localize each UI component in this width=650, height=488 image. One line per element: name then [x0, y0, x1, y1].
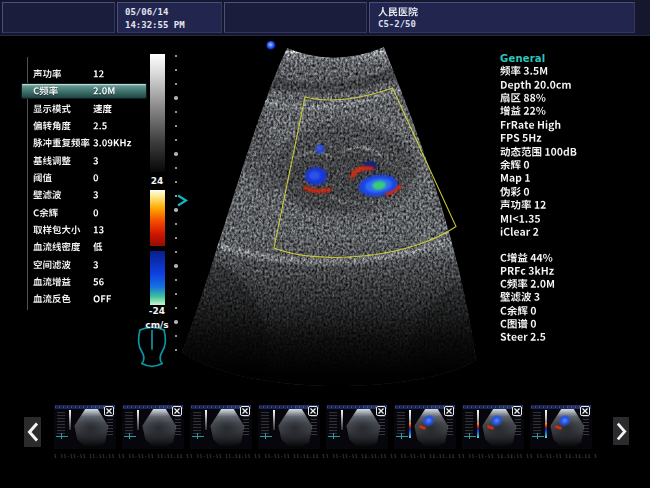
thumbnail-close-button[interactable]	[172, 406, 182, 416]
close-icon	[514, 408, 520, 414]
thumb-marker-icon-v	[469, 433, 470, 439]
param-label: 显示模式	[33, 104, 71, 114]
param-label: 阈值	[33, 173, 52, 183]
text-glyphs	[500, 264, 554, 278]
text-glyphs	[93, 207, 99, 219]
thumb-colorbar	[69, 410, 71, 430]
thumbnail[interactable]	[462, 405, 524, 449]
close-icon	[174, 408, 180, 414]
thumbnail-close-button[interactable]	[512, 406, 522, 416]
thumbnail[interactable]	[530, 405, 592, 449]
text-glyphs	[33, 120, 71, 132]
param-row[interactable]: 阈值 0	[22, 170, 146, 187]
thumbnail-close-button[interactable]	[580, 406, 590, 416]
info-row: 声功率 12	[500, 199, 551, 212]
thumbnail[interactable]	[122, 405, 184, 449]
text-glyphs	[93, 155, 99, 167]
ultrasound-system-screen: { "topbar": { "date": "05/06/14", "time"…	[0, 0, 650, 488]
param-value: 3	[93, 156, 100, 166]
param-row[interactable]: 血流增益 56	[22, 274, 146, 291]
text-glyphs	[500, 172, 531, 186]
param-row[interactable]: 空间滤波 3	[22, 256, 146, 273]
text-glyphs	[500, 198, 546, 212]
thumb-colorbar	[273, 410, 275, 430]
text-glyphs	[33, 103, 71, 115]
body-marker-icon	[138, 327, 165, 366]
text-glyphs	[33, 155, 71, 167]
thumb-right-text	[379, 413, 385, 435]
thumb-right-text	[515, 413, 521, 435]
thumbnail-filmstrip: l ll-ll-ll ll:ll:ll l l ll-ll-ll ll:ll:l…	[0, 400, 650, 470]
thumbnail-close-button[interactable]	[104, 406, 114, 416]
text-glyphs	[93, 189, 99, 201]
velocity-max-label: 24	[142, 176, 172, 186]
param-row[interactable]: 取样包大小 13	[22, 222, 146, 239]
info-row: 增益 22%	[500, 105, 551, 118]
info-row: Depth 20.0cm	[500, 78, 585, 91]
param-row-selected[interactable]: C频率 2.0M	[22, 84, 146, 98]
info-row: 壁滤波 3	[500, 291, 543, 304]
param-value: 12	[93, 69, 106, 79]
param-row[interactable]: C余辉 0	[22, 204, 146, 221]
next-thumbnails-button[interactable]	[613, 417, 629, 445]
info-row: 扇区 88%	[500, 92, 551, 105]
close-icon	[106, 408, 112, 414]
colorbar-positive	[150, 190, 165, 246]
param-label: 血流增益	[33, 277, 71, 287]
text-glyphs	[500, 145, 577, 159]
text-glyphs	[500, 118, 561, 132]
thumb-marker-icon-v	[265, 433, 266, 439]
thumbnail[interactable]	[326, 405, 388, 449]
thumb-colorbar	[545, 410, 547, 438]
param-row[interactable]: 血流反色 OFF	[22, 291, 146, 308]
param-row[interactable]: 基线调整 3	[22, 152, 146, 169]
text-glyphs	[500, 212, 541, 226]
thumbnail-caption: l ll-ll-ll ll:ll:lI l	[122, 454, 184, 459]
param-row[interactable]: 血流线密度 低	[22, 239, 146, 256]
thumb-marker-icon	[124, 436, 136, 437]
param-label: 血流反色	[33, 294, 71, 304]
thumbnail-caption: l ll-ll-ll lI:ll:lI l	[394, 454, 456, 459]
param-row[interactable]: 脉冲重复频率 3.09KHz	[22, 135, 146, 152]
param-row[interactable]: 显示模式 速度	[22, 100, 146, 117]
titlebar-section-middle	[224, 2, 367, 33]
info-row: Map 1	[500, 172, 537, 185]
info-row: 伪彩 0	[500, 185, 533, 198]
text-glyphs	[500, 185, 530, 199]
text-glyphs	[33, 241, 81, 253]
hospital-name: 人民医院	[378, 5, 418, 18]
thumb-marker-icon	[328, 436, 340, 437]
probe-model: C5-2/50	[378, 19, 416, 29]
info-row: FrRate High	[500, 118, 572, 131]
thumb-right-text	[107, 413, 113, 435]
param-row[interactable]: 声功率 12	[22, 66, 146, 83]
thumbnail[interactable]	[258, 405, 320, 449]
thumbnail[interactable]	[54, 405, 116, 449]
thumbnail-close-button[interactable]	[240, 406, 250, 416]
param-value: 低	[93, 242, 103, 252]
text-glyphs	[500, 131, 542, 145]
thumbnail-close-button[interactable]	[376, 406, 386, 416]
thumbnail[interactable]	[394, 405, 456, 449]
prev-thumbnails-button[interactable]	[24, 417, 41, 447]
grayscale-bar	[150, 54, 165, 172]
param-label: 声功率	[33, 69, 62, 79]
text-glyphs	[500, 158, 530, 172]
text-glyphs	[93, 120, 107, 132]
text-glyphs	[93, 224, 104, 236]
thumb-marker-icon	[532, 436, 544, 437]
thumb-marker-icon	[464, 436, 476, 437]
text-glyphs	[33, 189, 62, 201]
param-row[interactable]: 壁滤波 3	[22, 187, 146, 204]
text-glyphs	[500, 291, 540, 305]
velocity-unit-label: cm/s	[142, 320, 172, 330]
thumbnail-close-button[interactable]	[444, 406, 454, 416]
param-label: 脉冲重复频率	[33, 138, 90, 148]
thumbnail-close-button[interactable]	[308, 406, 318, 416]
param-row[interactable]: 偏转角度 2.5	[22, 118, 146, 135]
text-glyphs	[378, 5, 418, 18]
thumb-marker-icon-v	[197, 433, 198, 439]
text-glyphs	[33, 293, 71, 305]
text-glyphs	[500, 64, 548, 78]
thumbnail[interactable]	[190, 405, 252, 449]
